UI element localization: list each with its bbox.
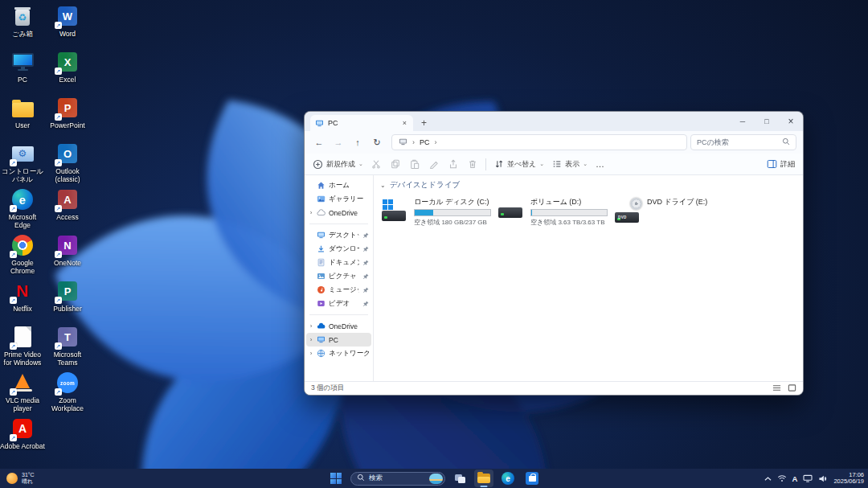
desktop-icon-excel[interactable]: X↗Excel [46,49,89,84]
back-button[interactable]: ← [311,137,327,147]
cut-icon[interactable] [371,159,381,169]
rename-icon[interactable] [429,159,439,169]
sidebar-item-desktop[interactable]: デスクトップ [306,228,371,242]
desktop-icon-pc[interactable]: PC [1,49,44,84]
weather-widget[interactable]: 31°C 晴れ [6,472,35,485]
weather-temp: 31°C [22,472,35,478]
sidebar-item-music[interactable]: ミュージック [306,283,371,297]
drive-d-tile[interactable]: ボリューム (D:)空き領域 3.63 TB/3.63 TB [498,197,615,227]
desktop-icon-control-panel[interactable]: ⚙↗コントロール パネル [1,141,44,183]
refresh-button[interactable]: ↻ [369,137,385,148]
pc-icon [317,335,326,344]
desktop-icon-label: ごみ箱 [0,31,45,39]
desktop-icon-adobe-acrobat[interactable]: A↗Adobe Acrobat [1,416,44,451]
paste-icon[interactable] [410,159,420,169]
desktop-icon-label: Outlook (classic) [45,168,90,183]
expand-chevron-icon[interactable]: › [309,350,313,357]
sun-icon [6,473,18,484]
taskbar-file-explorer-button[interactable] [474,470,493,487]
sidebar-item-onedrive-personal[interactable]: ›OneDrive [306,206,371,219]
maximize-button[interactable]: □ [755,112,779,131]
taskbar-task-view-button[interactable] [450,470,469,487]
desktop-icon-word[interactable]: W↗Word [46,3,89,39]
sidebar-item-downloads[interactable]: ダウンロード [306,242,371,256]
desktop-icon-microsoft-teams[interactable]: T↗Microsoft Teams [46,324,89,367]
desktop-icon-microsoft-edge[interactable]: e↗Microsoft Edge [1,187,44,229]
group-header-devices-drives[interactable]: ⌄ デバイスとドライブ [380,180,796,191]
view-button[interactable]: 表示 ⌄ [552,159,588,170]
sidebar-item-label: ミュージック [329,285,359,295]
desktop-icon-powerpoint[interactable]: P↗PowerPoint [46,95,89,130]
hard-disk-windows-icon [382,197,409,224]
desktop-icon-publisher[interactable]: P↗Publisher [46,278,89,314]
network-icon[interactable] [777,474,787,482]
list-view-toggle[interactable] [772,383,781,394]
breadcrumb[interactable]: › PC › [391,134,687,150]
sort-button-label: 並べ替え [507,159,536,170]
minimize-button[interactable]: ─ [731,112,755,131]
desktop-icon-zoom[interactable]: zoom↗Zoom Workplace [46,370,89,412]
sidebar-item-pictures[interactable]: ピクチャ [306,269,371,283]
explorer-tab-bar: PC × + ─ □ × [305,112,803,131]
expand-chevron-icon[interactable]: › [309,209,313,216]
see-more-button[interactable]: … [596,159,605,169]
sidebar-item-label: ダウンロード [329,244,359,254]
search-input[interactable]: PCの検索 [690,134,796,150]
expand-chevron-icon[interactable]: › [309,322,313,330]
sidebar-divider [309,314,368,315]
sidebar-item-network[interactable]: ›ネットワーク [306,347,371,360]
share-icon[interactable] [448,159,458,169]
desktop-icon-google-chrome[interactable]: ↗Google Chrome [1,232,44,275]
hard-disk-icon [498,197,526,224]
desktop-icon-onenote[interactable]: N↗OneNote [46,232,89,268]
taskbar-edge-button[interactable]: e [498,470,518,487]
sidebar-item-home[interactable]: ホーム [306,178,371,192]
taskbar-search[interactable]: 検索 [350,472,445,486]
desktop-icon-access[interactable]: A↗Access [46,187,89,222]
taskbar-search-placeholder: 検索 [369,474,425,483]
start-button[interactable] [326,470,346,487]
new-button[interactable]: 新規作成 ⌄ [313,159,363,170]
desktop-icon-prime-video[interactable]: ↗Prime Video for Windows [1,324,44,367]
desktop-icon-user[interactable]: User [1,95,44,130]
ime-mode-indicator[interactable]: A [792,474,798,483]
volume-icon[interactable] [818,474,828,483]
chevron-right-icon: › [435,138,437,146]
desktop-icon-outlook[interactable]: O↗Outlook (classic) [46,141,89,183]
forward-button[interactable]: → [330,137,346,147]
drive-c-tile[interactable]: ローカル ディスク (C:)空き領域 180 GB/237 GB [382,197,498,227]
taskbar-clock[interactable]: 17:06 2025/06/19 [833,472,864,486]
sidebar-item-onedrive[interactable]: ›OneDrive [306,319,371,333]
sidebar-item-label: ビデオ [329,299,359,309]
sidebar-item-pc[interactable]: ›PC [306,333,371,347]
desktop-icon-vlc[interactable]: ↗VLC media player [1,370,44,412]
delete-icon[interactable] [468,159,477,169]
sidebar-item-documents[interactable]: ドキュメント [306,256,371,269]
expand-chevron-icon[interactable]: › [309,336,313,343]
copy-icon[interactable] [391,159,400,169]
chevron-up-icon[interactable] [764,476,772,482]
sort-button[interactable]: 並べ替え ⌄ [494,159,544,170]
desktop-icon-netflix[interactable]: N↗Netflix [1,278,44,314]
desktop-icon-label: Access [45,214,90,222]
breadcrumb-item-pc[interactable]: PC [420,138,430,146]
adobe-acrobat-icon: A↗ [10,416,35,441]
new-tab-button[interactable]: + [421,117,427,129]
touch-display-icon[interactable] [803,474,813,482]
chevron-down-icon: ⌄ [358,161,363,167]
sidebar-item-gallery[interactable]: ギャラリー [306,192,371,206]
sidebar-item-label: ピクチャ [329,272,359,281]
close-button[interactable]: × [779,112,803,131]
drive-e-tile[interactable]: DVDDVD ドライブ (E:) [615,197,731,227]
details-pane-button[interactable]: 詳細 [767,159,795,170]
tab-close-icon[interactable]: × [401,119,408,127]
shortcut-arrow-icon: ↗ [10,297,17,304]
thumbnail-view-toggle[interactable] [788,383,796,394]
task-view-icon [455,474,465,483]
explorer-tab-pc[interactable]: PC × [310,115,413,131]
desktop-icon-recycle-bin[interactable]: ♻ごみ箱 [1,3,44,39]
taskbar-store-button[interactable] [522,470,542,487]
gallery-icon [317,195,326,203]
up-button[interactable]: ↑ [350,137,366,147]
sidebar-item-videos[interactable]: ビデオ [306,297,371,310]
